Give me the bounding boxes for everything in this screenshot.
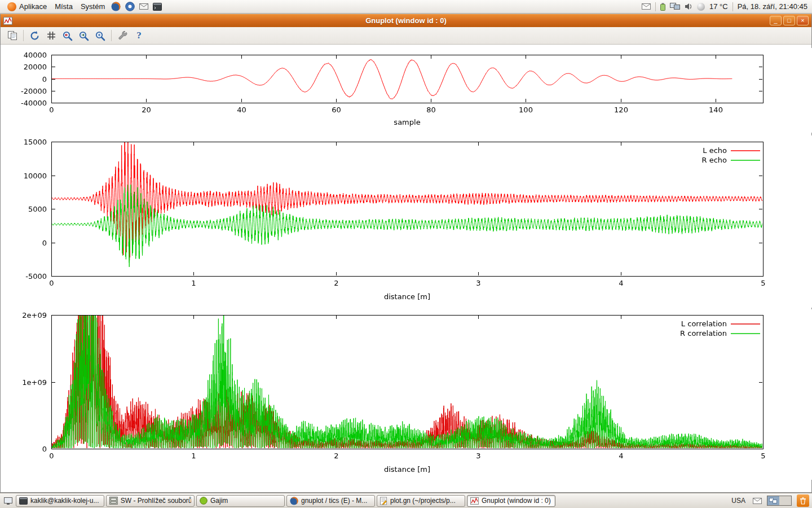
mail-tray-icon[interactable] bbox=[642, 3, 651, 10]
taskbar-tray: USA bbox=[729, 494, 810, 507]
gnuplot-icon bbox=[470, 497, 479, 505]
copy-icon bbox=[7, 30, 17, 41]
battery-icon[interactable] bbox=[660, 3, 665, 11]
taskbar-item-editor[interactable]: plot.gn (~/projects/p... bbox=[377, 495, 465, 507]
panel-tray: 17 °C Pá, 18. září, 21:40:45 bbox=[642, 2, 809, 11]
taskbar-item-label: SW - Prohlížeč souborů bbox=[121, 497, 191, 505]
clock[interactable]: Pá, 18. září, 21:40:45 bbox=[738, 2, 807, 11]
panel-separator bbox=[655, 2, 656, 11]
window-controls: _ □ × bbox=[770, 16, 809, 25]
copy-button[interactable] bbox=[5, 28, 20, 43]
zoom-next-button[interactable] bbox=[76, 28, 91, 43]
toolbar-separator bbox=[23, 30, 24, 41]
terminal-icon bbox=[19, 497, 28, 505]
help-icon: ? bbox=[136, 30, 142, 41]
workspace-2[interactable] bbox=[779, 496, 791, 505]
taskbar-item-terminal[interactable]: kaklik@kaklik-kolej-u... bbox=[16, 495, 104, 507]
toggle-grid-button[interactable] bbox=[43, 28, 59, 43]
help-browser-launcher-icon[interactable] bbox=[125, 2, 135, 11]
displays-icon[interactable] bbox=[670, 3, 680, 10]
taskbar-item-gajim[interactable]: Gajim bbox=[196, 495, 285, 507]
taskbar: kaklik@kaklik-kolej-u... SW - Prohlížeč … bbox=[0, 493, 812, 508]
top-panel: Aplikace Místa Systém bbox=[0, 0, 812, 14]
taskbar-item-label: kaklik@kaklik-kolej-u... bbox=[30, 497, 99, 505]
autoscale-icon bbox=[95, 30, 105, 41]
taskbar-item-label: plot.gn (~/projects/p... bbox=[390, 497, 456, 505]
show-desktop-icon[interactable] bbox=[4, 497, 12, 505]
configure-button[interactable] bbox=[115, 28, 130, 43]
mail-launcher-icon[interactable] bbox=[139, 3, 148, 10]
gnuplot-window: Gnuplot (window id : 0) _ □ × bbox=[0, 14, 812, 493]
replot-icon bbox=[29, 30, 40, 41]
terminal-launcher-icon[interactable] bbox=[153, 3, 162, 11]
taskbar-item-file-manager[interactable]: SW - Prohlížeč souborů bbox=[106, 495, 195, 507]
gnuplot-window-icon bbox=[3, 17, 12, 25]
menu-system-label: Systém bbox=[81, 2, 105, 11]
chart-echo[interactable] bbox=[1, 135, 812, 308]
volume-icon[interactable] bbox=[685, 3, 692, 10]
taskbar-item-label: Gajim bbox=[210, 497, 228, 505]
autoscale-button[interactable] bbox=[92, 28, 108, 43]
replot-button[interactable] bbox=[27, 28, 42, 43]
window-title: Gnuplot (window id : 0) bbox=[1, 16, 811, 25]
gajim-icon bbox=[200, 497, 208, 505]
menu-system[interactable]: Systém bbox=[77, 1, 109, 12]
taskbar-item-label: Gnuplot (window id : 0) bbox=[482, 497, 551, 505]
firefox-launcher-icon[interactable] bbox=[111, 2, 121, 11]
temperature-label[interactable]: 17 °C bbox=[709, 2, 728, 11]
grid-icon bbox=[46, 30, 56, 41]
taskbar-item-label: gnuplot / tics (E) - M... bbox=[301, 497, 367, 505]
firefox-icon bbox=[290, 497, 298, 505]
menu-applications-label: Aplikace bbox=[19, 2, 47, 11]
workspace-switcher bbox=[767, 496, 792, 506]
panel-separator bbox=[732, 2, 733, 11]
menu-places[interactable]: Místa bbox=[51, 1, 77, 12]
text-editor-icon bbox=[380, 497, 387, 505]
wrench-icon bbox=[118, 30, 128, 41]
taskbar-item-gnuplot[interactable]: Gnuplot (window id : 0) bbox=[467, 495, 555, 507]
keyboard-layout-indicator[interactable]: USA bbox=[729, 496, 748, 505]
trash-icon[interactable] bbox=[797, 494, 809, 507]
zoom-next-icon bbox=[78, 30, 89, 41]
menu-applications[interactable]: Aplikace bbox=[3, 1, 51, 12]
file-manager-icon bbox=[109, 497, 118, 505]
zoom-previous-button[interactable] bbox=[60, 28, 75, 43]
toolbar: ? bbox=[1, 27, 811, 45]
chart-sample-waveform[interactable] bbox=[1, 48, 812, 133]
plot-area bbox=[1, 45, 811, 492]
minimize-button[interactable]: _ bbox=[770, 16, 782, 25]
close-button[interactable]: × bbox=[797, 16, 809, 25]
maximize-button[interactable]: □ bbox=[783, 16, 795, 25]
taskbar-item-firefox[interactable]: gnuplot / tics (E) - M... bbox=[286, 495, 375, 507]
titlebar[interactable]: Gnuplot (window id : 0) _ □ × bbox=[1, 14, 811, 27]
menu-places-label: Místa bbox=[55, 2, 73, 11]
weather-icon[interactable] bbox=[697, 3, 705, 11]
help-button[interactable]: ? bbox=[131, 28, 147, 43]
toolbar-separator bbox=[111, 30, 112, 41]
zoom-previous-icon bbox=[62, 30, 73, 41]
mail-tray-icon[interactable] bbox=[753, 498, 762, 504]
chart-correlation[interactable] bbox=[1, 309, 812, 480]
workspace-1[interactable] bbox=[767, 496, 779, 505]
ubuntu-logo-icon bbox=[7, 2, 16, 11]
